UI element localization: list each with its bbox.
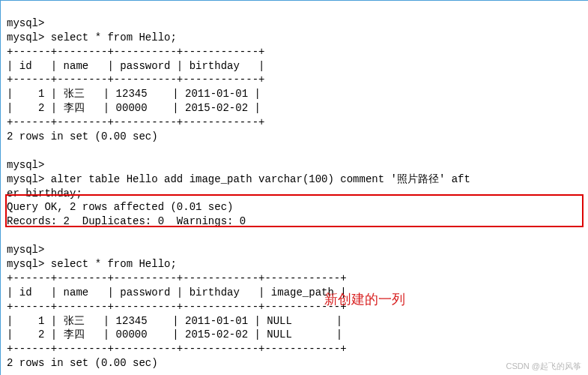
table-border: +------+--------+----------+------------… bbox=[7, 301, 347, 313]
result-line: 2 rows in set (0.00 sec) bbox=[7, 130, 158, 142]
table-row: | 2 | 李四 | 00000 | 2015-02-02 | bbox=[7, 102, 261, 114]
prompt-line: mysql> bbox=[7, 17, 44, 29]
alter-query-line: mysql> alter table Hello add image_path … bbox=[7, 173, 470, 185]
result-line: Records: 2 Duplicates: 0 Warnings: 0 bbox=[7, 215, 246, 227]
table-row: | 1 | 张三 | 12345 | 2011-01-01 | bbox=[7, 88, 261, 100]
table-border: +------+--------+----------+------------… bbox=[7, 74, 264, 86]
prompt-line: mysql> bbox=[7, 159, 44, 171]
prompt-line: mysql> bbox=[7, 244, 44, 256]
mysql-terminal[interactable]: mysql> mysql> select * from Hello; +----… bbox=[1, 1, 588, 372]
query-line: mysql> select * from Hello; bbox=[7, 32, 177, 44]
result-line: 2 rows in set (0.00 sec) bbox=[7, 357, 158, 369]
table-border: +------+--------+----------+------------… bbox=[7, 116, 264, 128]
query-line: mysql> select * from Hello; bbox=[7, 258, 177, 270]
table-header: | id | name | password | birthday | imag… bbox=[7, 286, 347, 298]
result-line: Query OK, 2 rows affected (0.01 sec) bbox=[7, 201, 233, 213]
table-border: +------+--------+----------+------------… bbox=[7, 343, 347, 355]
table-border: +------+--------+----------+------------… bbox=[7, 46, 264, 58]
table-border: +------+--------+----------+------------… bbox=[7, 272, 347, 284]
watermark: CSDN @起飞的风筝 bbox=[506, 361, 581, 372]
table-row: | 1 | 张三 | 12345 | 2011-01-01 | NULL | bbox=[7, 315, 342, 327]
table-header: | id | name | password | birthday | bbox=[7, 60, 264, 72]
table-row: | 2 | 李四 | 00000 | 2015-02-02 | NULL | bbox=[7, 328, 342, 340]
alter-query-line: er birthday; bbox=[7, 188, 82, 200]
